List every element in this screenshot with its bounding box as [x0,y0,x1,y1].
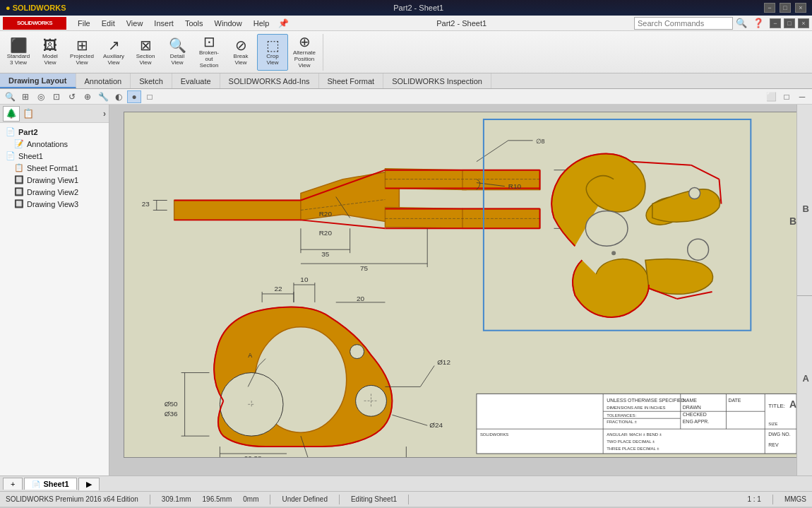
menu-window[interactable]: Window [209,16,248,31]
tree-drawing-view3-label: Drawing View3 [27,200,78,208]
solidworks-logo: SOLIDWORKS [3,17,66,30]
svg-text:NAME: NAME [683,398,697,403]
z-coord: 0mm [243,495,258,503]
menu-file[interactable]: File [72,16,96,31]
tree-drawing-view1[interactable]: 🔲 Drawing View1 [0,174,109,186]
svg-text:UNLESS OTHERWISE SPECIFIED:: UNLESS OTHERWISE SPECIFIED: [607,398,686,403]
sub-btn-expand-left[interactable]: ⬜ [764,90,778,103]
crop-view-button[interactable]: ⬚ CropView [257,34,288,71]
svg-text:CHECKED: CHECKED [683,412,707,417]
main-toolbar: ⬛ Standard3 View 🖼 ModelView ⊞ Projected… [0,31,812,73]
tree-drawing-view1-icon: 🔲 [14,175,24,184]
sub-btn-2[interactable]: ⊞ [18,90,32,103]
svg-point-92 [611,251,616,255]
sub-btn-1[interactable]: 🔍 [3,90,17,103]
tree-sheet-format1-icon: 📋 [14,163,24,172]
sheet-right-icon[interactable]: ▶ [78,478,100,490]
menu-tools[interactable]: Tools [179,16,209,31]
tree-drawing-view1-label: Drawing View1 [27,176,78,184]
minimize-button[interactable]: − [764,3,775,13]
svg-text:TOLERANCES:: TOLERANCES: [607,413,636,418]
definition-status: Under Defined [282,495,327,503]
y-coord-value: 196.5mm [203,495,232,503]
sub-btn-10[interactable]: □ [143,90,157,103]
tree-annotations[interactable]: 📝 Annotations [0,138,109,150]
menu-insert[interactable]: Insert [148,16,179,31]
tab-solidworks-addins[interactable]: SOLIDWORKS Add-Ins [220,73,319,88]
sheet1-icon: 📄 [32,480,40,488]
break-view-icon: ⊘ [235,38,247,52]
detail-view-button[interactable]: 🔍 DetailView [162,34,193,71]
col-a-label: A [803,373,809,384]
maximize-button[interactable]: □ [780,3,791,13]
sub-btn-shrink[interactable]: ─ [795,90,809,103]
x-coord: 309.1mm [162,495,191,503]
section-view-icon: ⊠ [140,38,152,52]
close-app-button[interactable]: × [798,18,809,28]
editing-status: Editing Sheet1 [351,495,397,503]
view-tools-group: ⬛ Standard3 View 🖼 ModelView ⊞ Projected… [3,34,323,71]
svg-text:FRACTIONAL ±: FRACTIONAL ± [607,420,637,424]
svg-point-85 [688,239,709,260]
alternate-position-button[interactable]: ⊕ AlternatePositionView [289,34,320,71]
sheet1-tab[interactable]: 📄 Sheet1 [24,478,76,490]
document-title: Part2 - Sheet1 [289,19,634,28]
section-view-button[interactable]: ⊠ SectionView [130,34,161,71]
tree-drawing-view3[interactable]: 🔲 Drawing View3 [0,198,109,210]
sub-btn-circle[interactable]: ● [127,90,141,103]
tree-sheet-format1[interactable]: 📋 Sheet Format1 [0,162,109,174]
tab-sheet-format[interactable]: Sheet Format [319,73,384,88]
add-sheet-icon[interactable]: + [3,478,23,490]
tree-drawing-view3-icon: 🔲 [14,199,24,208]
sub-btn-expand[interactable]: □ [780,90,794,103]
search-icon[interactable]: 🔍 [736,18,747,28]
drawing-canvas[interactable]: 35 75 80 23 R2 [109,105,812,475]
tree-root[interactable]: 📄 Part2 [0,126,109,138]
sub-btn-7[interactable]: 🔧 [96,90,110,103]
tree-sheet1[interactable]: 📄 Sheet1 [0,150,109,162]
standard-views-button[interactable]: ⬛ Standard3 View [3,34,34,71]
status-div-2 [270,495,270,504]
svg-text:22: 22 [275,285,283,293]
scale-status: 1 : 1 [747,495,760,503]
pin-icon[interactable]: 📌 [277,18,289,29]
col-b-label: B [803,203,809,214]
auxiliary-view-button[interactable]: ↗ AuxiliaryView [98,34,129,71]
tree-root-label: Part2 [18,128,38,136]
menu-edit[interactable]: Edit [96,16,121,31]
minimize-app-button[interactable]: − [770,18,781,28]
tab-sketch[interactable]: Sketch [131,73,172,88]
svg-point-46 [350,345,364,359]
title-controls: − □ × [764,3,806,13]
sub-btn-4[interactable]: ⊡ [49,90,64,103]
svg-text:DATE: DATE [728,398,741,403]
search-commands-input[interactable] [634,17,733,30]
property-manager-tab[interactable]: 📋 [20,106,37,122]
svg-text:Ø24: Ø24 [429,421,443,429]
broken-section-button[interactable]: ⊡ Broken-outSection [193,34,225,71]
restore-app-button[interactable]: □ [784,18,795,28]
tab-annotation[interactable]: Annotation [76,73,131,88]
help-icon[interactable]: ❓ [753,18,764,28]
sub-btn-6[interactable]: ⊕ [80,90,95,103]
ruler-divider [797,295,812,296]
panel-expand-button[interactable]: › [103,109,106,119]
projected-view-button[interactable]: ⊞ ProjectedView [66,34,97,71]
sub-btn-5[interactable]: ↺ [65,90,79,103]
break-view-button[interactable]: ⊘ BreakView [225,34,256,71]
tree-drawing-view2[interactable]: 🔲 Drawing View2 [0,186,109,198]
menu-view[interactable]: View [121,16,149,31]
tab-solidworks-inspection[interactable]: SOLIDWORKS Inspection [383,73,491,88]
svg-text:Ø36: Ø36 [165,410,178,418]
model-view-button[interactable]: 🖼 ModelView [35,34,66,71]
sub-btn-8[interactable]: ◐ [112,90,126,103]
tab-drawing-layout[interactable]: Drawing Layout [0,73,76,88]
menu-help[interactable]: Help [248,16,275,31]
svg-text:Ø12: Ø12 [437,358,450,366]
close-button[interactable]: × [795,3,806,13]
menu-bar: SOLIDWORKS File Edit View Insert Tools W… [0,16,812,31]
z-coord-value: 0mm [243,495,258,503]
feature-tree-tab[interactable]: 🌲 [3,106,20,122]
tab-evaluate[interactable]: Evaluate [172,73,220,88]
sub-btn-3[interactable]: ◎ [34,90,48,103]
